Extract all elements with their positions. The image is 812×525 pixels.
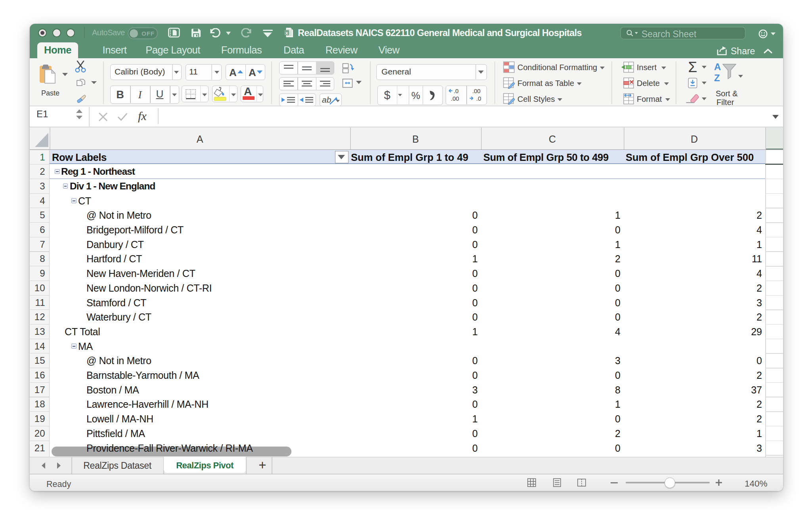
svg-text:.0: .0 [476, 95, 481, 102]
svg-text:.00: .00 [451, 95, 459, 102]
svg-text:Z: Z [714, 73, 720, 83]
svg-text:A: A [714, 62, 721, 72]
svg-text:.0: .0 [454, 88, 459, 94]
svg-text:.00: .00 [472, 88, 481, 94]
svg-text:x: x [285, 31, 288, 35]
